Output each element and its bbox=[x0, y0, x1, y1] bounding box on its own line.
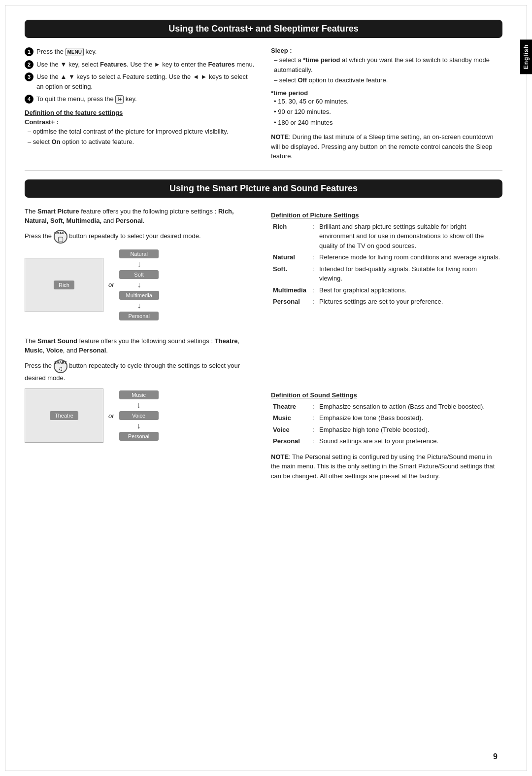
sound-arrow-1: ↓ bbox=[137, 401, 141, 409]
def-sound-heading: Definition of Sound Settings bbox=[271, 391, 502, 399]
section2-note: NOTE: The Personal setting is configured… bbox=[271, 452, 502, 481]
time-period-1: 15, 30, 45 or 60 minutes. bbox=[274, 97, 502, 106]
divider bbox=[25, 170, 502, 171]
voice-desc: Emphasize high tone (Treble boosted). bbox=[317, 424, 502, 436]
note-label-2: NOTE bbox=[271, 453, 289, 460]
note-text-1: : During the last minute of a Sleep time… bbox=[271, 133, 494, 160]
rich-box: Rich bbox=[25, 258, 103, 312]
table-row: Voice : Emphasize high tone (Treble boos… bbox=[271, 424, 502, 436]
section1-title: Using the Contrast+ and Sleeptimer Featu… bbox=[25, 20, 502, 38]
smart-picture-intro: The Smart Picture feature offers you the… bbox=[25, 207, 256, 226]
section1-right: Sleep : select a *time period at which y… bbox=[271, 47, 502, 161]
sound-or: or bbox=[108, 412, 114, 420]
theatre-label: Theatre bbox=[50, 411, 78, 420]
smart-sound-intro: The Smart Sound feature offers you the f… bbox=[25, 336, 256, 355]
natural-name: Natural bbox=[271, 251, 310, 263]
note-text-2: : The Personal setting is configured by … bbox=[271, 453, 495, 480]
natural-desc: Reference mode for living room condition… bbox=[317, 251, 502, 263]
time-period-2: 90 or 120 minutes. bbox=[274, 107, 502, 117]
page-number: 9 bbox=[493, 752, 498, 761]
def-feature-heading: Definition of the feature settings bbox=[25, 109, 256, 116]
sleep-heading: Sleep : bbox=[271, 47, 502, 54]
music-name: Music bbox=[271, 412, 310, 424]
contrast-item-1: optimise the total contrast of the pictu… bbox=[28, 127, 256, 137]
sleep-item-2: select Off option to deactivate feature. bbox=[274, 75, 502, 85]
table-row: Rich : Brilliant and sharp picture setti… bbox=[271, 221, 502, 252]
step-text-1: Press the MENU key. bbox=[36, 47, 97, 57]
step-3: 3 Use the ▲ ▼ keys to select a Feature s… bbox=[25, 72, 256, 91]
personal-sound-desc: Sound settings are set to your preferenc… bbox=[317, 435, 502, 447]
smart-picture-button[interactable]: SMART ▢ bbox=[54, 230, 67, 244]
table-row: Personal : Sound settings are set to you… bbox=[271, 435, 502, 447]
rich-name: Rich bbox=[271, 221, 310, 252]
table-row: Theatre : Emphasize sensation to action … bbox=[271, 401, 502, 413]
sound-icon: ♫ bbox=[58, 365, 63, 372]
table-row: Music : Emphasize low tone (Bass boosted… bbox=[271, 412, 502, 424]
personal-pic-name: Personal bbox=[271, 296, 310, 308]
sleep-list: select a *time period at which you want … bbox=[274, 55, 502, 85]
section-contrast-sleeptimer: Using the Contrast+ and Sleeptimer Featu… bbox=[25, 20, 502, 161]
music-desc: Emphasize low tone (Bass boosted). bbox=[317, 412, 502, 424]
steps-list: 1 Press the MENU key. 2 Use the ▼ key, s… bbox=[25, 47, 256, 104]
personal-pic-box: Personal bbox=[119, 312, 159, 320]
contrast-plus-heading: Contrast+ : bbox=[25, 118, 256, 126]
picture-settings-table: Rich : Brilliant and sharp picture setti… bbox=[271, 221, 502, 308]
smart-sound-press-text: Press the SMART ♫ button repeatedly to c… bbox=[25, 359, 256, 383]
contrast-plus-list: optimise the total contrast of the pictu… bbox=[28, 127, 256, 147]
language-tab: English bbox=[520, 39, 532, 74]
picture-icon: ▢ bbox=[58, 236, 64, 242]
personal-sound-name: Personal bbox=[271, 435, 310, 447]
section2-right: Definition of Picture Settings Rich : Br… bbox=[271, 207, 502, 481]
section-smart-picture-sound: Using the Smart Picture and Sound Featur… bbox=[25, 179, 502, 481]
arrow-3: ↓ bbox=[137, 302, 141, 310]
step-num-3: 3 bbox=[25, 72, 33, 81]
section1-content: 1 Press the MENU key. 2 Use the ▼ key, s… bbox=[25, 47, 502, 161]
voice-name: Voice bbox=[271, 424, 310, 436]
time-period-heading: *time period bbox=[271, 89, 308, 97]
soft-desc: Intended for bad-quality signals. Suitab… bbox=[317, 263, 502, 284]
table-row: Natural : Reference mode for living room… bbox=[271, 251, 502, 263]
theatre-desc: Emphasize sensation to action (Bass and … bbox=[317, 401, 502, 413]
theatre-name: Theatre bbox=[271, 401, 310, 413]
table-row: Personal : Pictures settings are set to … bbox=[271, 296, 502, 308]
contrast-item-2: select On option to activate feature. bbox=[28, 137, 256, 147]
picture-or: or bbox=[108, 281, 114, 288]
section1-note: NOTE: During the last minute of a Sleep … bbox=[271, 132, 502, 161]
step-text-4: To quit the menu, press the i+ key. bbox=[36, 94, 137, 104]
rich-label: Rich bbox=[54, 281, 74, 289]
section1-left: 1 Press the MENU key. 2 Use the ▼ key, s… bbox=[25, 47, 256, 161]
voice-box: Voice bbox=[119, 411, 159, 420]
personal-sound-box: Personal bbox=[119, 432, 159, 441]
picture-diagram: Rich or Natural ↓ Soft ↓ Multimedia ↓ Pe… bbox=[25, 249, 256, 320]
arrow-2: ↓ bbox=[137, 281, 141, 289]
time-period-3: 180 or 240 minutes bbox=[274, 118, 502, 128]
info-key-icon: i+ bbox=[115, 95, 124, 104]
soft-name: Soft. bbox=[271, 263, 310, 284]
menu-key-icon: MENU bbox=[66, 48, 84, 56]
section2-content: The Smart Picture feature offers you the… bbox=[25, 207, 502, 481]
sound-arrow-2: ↓ bbox=[137, 422, 141, 430]
time-period-list: 15, 30, 45 or 60 minutes. 90 or 120 minu… bbox=[274, 97, 502, 128]
step-num-2: 2 bbox=[25, 60, 33, 69]
multimedia-desc: Best for graphical applications. bbox=[317, 284, 502, 296]
personal-pic-desc: Pictures settings are set to your prefer… bbox=[317, 296, 502, 308]
rich-desc: Brilliant and sharp picture settings sui… bbox=[317, 221, 502, 252]
step-num-4: 4 bbox=[25, 95, 33, 104]
smart-sound-button[interactable]: SMART ♫ bbox=[54, 359, 67, 373]
arrow-1: ↓ bbox=[137, 260, 141, 268]
section2-left: The Smart Picture feature offers you the… bbox=[25, 207, 256, 481]
table-row: Multimedia : Best for graphical applicat… bbox=[271, 284, 502, 296]
smart-picture-press-text: Press the SMART ▢ button repeatedly to s… bbox=[25, 230, 256, 244]
step-text-3: Use the ▲ ▼ keys to select a Feature set… bbox=[36, 72, 256, 91]
picture-flow: Natural ↓ Soft ↓ Multimedia ↓ Personal bbox=[119, 249, 159, 320]
table-row: Soft. : Intended for bad-quality signals… bbox=[271, 263, 502, 284]
music-box: Music bbox=[119, 390, 159, 399]
step-text-2: Use the ▼ key, select Features. Use the … bbox=[36, 60, 254, 70]
soft-box: Soft bbox=[119, 270, 159, 279]
multimedia-name: Multimedia bbox=[271, 284, 310, 296]
natural-box: Natural bbox=[119, 249, 159, 258]
note-label-1: NOTE bbox=[271, 133, 289, 141]
step-2: 2 Use the ▼ key, select Features. Use th… bbox=[25, 60, 256, 70]
theatre-box: Theatre bbox=[25, 388, 103, 443]
def-picture-heading: Definition of Picture Settings bbox=[271, 212, 502, 219]
